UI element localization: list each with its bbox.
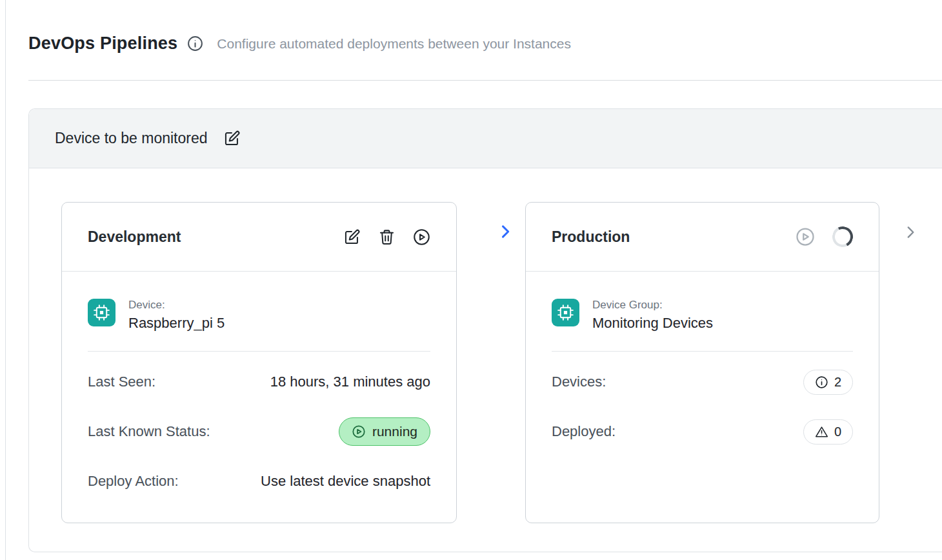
device-name: Raspberry_pi 5	[128, 315, 225, 332]
run-icon-disabled[interactable]	[796, 227, 815, 246]
info-icon	[815, 375, 828, 389]
page-header: DevOps Pipelines Configure automated dep…	[28, 34, 571, 54]
deploy-action-label: Deploy Action:	[88, 473, 179, 490]
pipeline-panel: Device to be monitored Development	[28, 108, 942, 552]
edit-icon[interactable]	[343, 228, 361, 246]
development-card: Development	[61, 202, 457, 523]
deploy-action-value: Use latest device snapshot	[261, 473, 430, 490]
pipeline-arrow-icon	[496, 223, 514, 241]
devices-count: 2	[834, 375, 841, 390]
status-label: Last Known Status:	[88, 423, 210, 440]
delete-icon[interactable]	[378, 228, 396, 246]
pipeline-panel-header: Device to be monitored	[29, 109, 942, 168]
pipeline-panel-body: Development	[29, 168, 942, 551]
production-card-header: Production	[526, 203, 879, 272]
last-seen-row: Last Seen: 18 hours, 31 minutes ago	[88, 367, 430, 397]
page-subtitle: Configure automated deployments between …	[217, 36, 571, 52]
chip-icon	[552, 299, 579, 326]
devices-count-pill[interactable]: 2	[803, 370, 853, 395]
production-card-actions	[796, 226, 853, 247]
deployed-count: 0	[834, 425, 841, 439]
status-row: Last Known Status: running	[88, 417, 430, 446]
device-group-meta: Device Group: Monitoring Devices	[592, 299, 713, 332]
device-group-row: Device Group: Monitoring Devices	[552, 299, 853, 332]
last-seen-label: Last Seen:	[88, 374, 155, 390]
run-icon[interactable]	[413, 228, 430, 246]
warning-triangle-icon	[815, 425, 828, 439]
card-divider	[88, 351, 430, 352]
page-title: DevOps Pipelines	[28, 34, 177, 54]
deployed-row: Deployed: 0	[552, 417, 853, 446]
devices-label: Devices:	[552, 374, 606, 390]
device-group-label: Device Group:	[592, 299, 713, 312]
last-seen-value: 18 hours, 31 minutes ago	[270, 374, 430, 390]
production-card-title: Production	[552, 228, 796, 246]
status-badge: running	[339, 417, 430, 446]
device-meta: Device: Raspberry_pi 5	[128, 299, 225, 332]
chip-icon	[88, 299, 115, 326]
device-row: Device: Raspberry_pi 5	[88, 299, 430, 332]
deploy-action-row: Deploy Action: Use latest device snapsho…	[88, 466, 430, 496]
production-card-body: Device Group: Monitoring Devices Devices…	[526, 272, 879, 446]
development-card-actions	[343, 228, 430, 246]
edit-pipeline-button[interactable]	[223, 130, 241, 147]
play-circle-icon	[352, 425, 366, 439]
page-left-border	[5, 0, 6, 560]
development-card-title: Development	[88, 228, 343, 246]
development-card-header: Development	[62, 203, 456, 272]
device-label: Device:	[128, 299, 225, 312]
pipeline-title: Device to be monitored	[55, 130, 208, 147]
deployed-count-pill[interactable]: 0	[803, 419, 853, 445]
card-divider	[552, 351, 853, 352]
production-card: Production	[525, 202, 879, 523]
header-divider	[28, 80, 942, 81]
info-icon[interactable]	[187, 35, 203, 52]
device-group-name: Monitoring Devices	[592, 315, 713, 332]
development-card-body: Device: Raspberry_pi 5 Last Seen: 18 hou…	[62, 272, 456, 496]
scroll-right-chevron-icon[interactable]	[902, 224, 919, 241]
loading-spinner	[830, 224, 856, 250]
status-badge-label: running	[372, 424, 417, 439]
deployed-label: Deployed:	[552, 423, 616, 440]
devices-row: Devices: 2	[552, 367, 853, 397]
